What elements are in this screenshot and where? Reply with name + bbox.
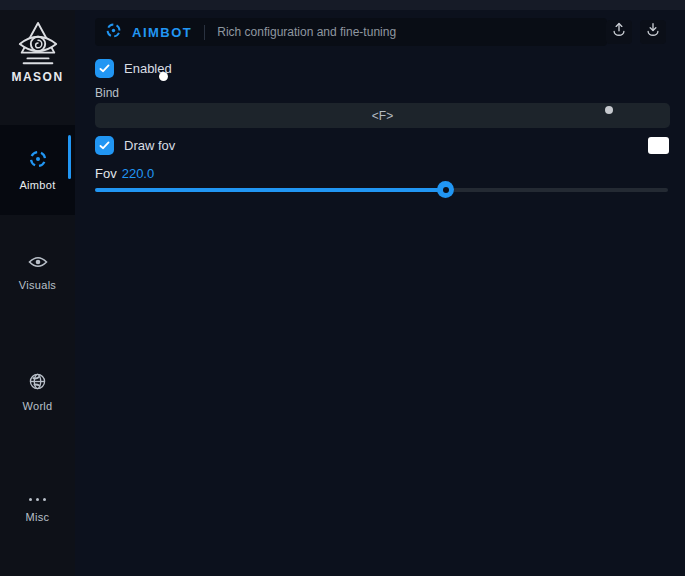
eye-pyramid-icon (0, 20, 75, 68)
sidebar-item-label: Misc (26, 511, 50, 523)
bind-label: Bind (95, 86, 119, 100)
crosshair-icon (105, 22, 122, 43)
globe-icon (29, 373, 46, 394)
draw-fov-label: Draw fov (124, 138, 175, 153)
sidebar-item-misc[interactable]: Misc (0, 493, 75, 523)
cursor-dot-secondary (605, 106, 613, 114)
eye-icon (28, 255, 48, 273)
fov-slider-fill (95, 188, 445, 192)
sidebar: MASON Aimbot Visuals (0, 10, 75, 576)
sidebar-item-label: World (22, 400, 52, 412)
upload-icon (610, 21, 628, 43)
app-window: MASON Aimbot Visuals (0, 0, 685, 576)
mouse-cursor-dot (159, 72, 168, 81)
sidebar-item-label: Aimbot (19, 179, 55, 191)
fov-label: Fov (95, 166, 117, 181)
upload-config-button[interactable] (606, 20, 632, 44)
fov-color-picker[interactable] (648, 137, 669, 154)
download-icon (644, 21, 662, 43)
draw-fov-checkbox[interactable] (95, 136, 114, 155)
page-subtitle: Rich configuration and fine-tuning (217, 25, 396, 39)
draw-fov-row: Draw fov (95, 136, 175, 155)
fov-value: 220.0 (122, 166, 155, 181)
fov-slider-handle[interactable] (437, 181, 454, 198)
download-config-button[interactable] (640, 20, 666, 44)
sidebar-item-label: Visuals (19, 279, 56, 291)
sidebar-item-aimbot[interactable]: Aimbot (0, 125, 75, 215)
header-divider (204, 25, 205, 40)
active-tab-indicator (68, 135, 71, 179)
main-panel: AIMBOT Rich configuration and fine-tunin… (75, 10, 685, 576)
fov-slider[interactable] (95, 188, 668, 192)
logo: MASON (0, 20, 75, 84)
bind-input[interactable] (95, 103, 670, 128)
logo-label: MASON (0, 70, 75, 84)
window-top-strip (0, 0, 685, 10)
page-title: AIMBOT (132, 25, 192, 40)
sidebar-item-world[interactable]: World (0, 373, 75, 412)
fov-label-row: Fov220.0 (95, 166, 154, 181)
sidebar-item-visuals[interactable]: Visuals (0, 255, 75, 291)
page-header: AIMBOT Rich configuration and fine-tunin… (95, 18, 607, 46)
crosshair-icon (28, 149, 48, 173)
ellipsis-icon (29, 493, 46, 505)
enabled-checkbox[interactable] (95, 59, 114, 78)
